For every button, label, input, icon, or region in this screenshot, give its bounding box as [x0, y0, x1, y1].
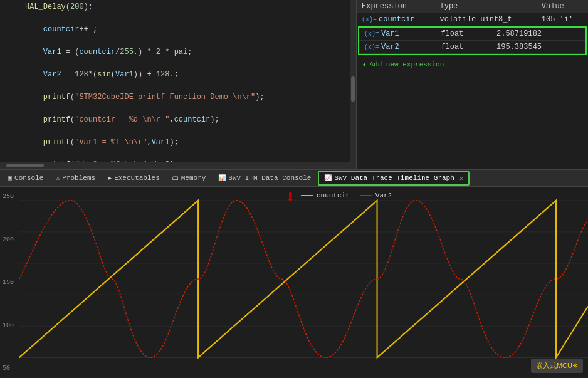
arrow-down: ⬇ [285, 190, 296, 207]
horizontal-scrollbar[interactable] [0, 162, 350, 169]
code-text: countcir++ ; [25, 25, 97, 34]
code-line [0, 14, 356, 25]
executables-icon: ▶ [108, 174, 112, 182]
code-lines: HAL_Delay(200); countcir++ ; [0, 0, 356, 169]
code-line: printf("countcir = %d \n\r ",countcir); [0, 115, 356, 127]
code-line: countcir++ ; [0, 25, 356, 36]
tab-swv-itm-label: SWV ITM Data Console [228, 174, 311, 182]
swv-trace-icon: 📈 [324, 174, 332, 182]
tab-executables[interactable]: ▶ Executables [102, 172, 165, 184]
code-line: printf("Var1 = %f \n\r",Var1); [0, 138, 356, 149]
top-section: HAL_Delay(200); countcir++ ; [0, 0, 588, 169]
add-expression-button[interactable]: ✦ Add new expression [357, 56, 588, 72]
expr-value-cell: 195.383545 [491, 41, 585, 54]
legend-var2: Var2 [360, 192, 392, 199]
expression-panel: Expression Type Value (x)=countcir volat… [356, 0, 588, 169]
y-label-50: 50 [3, 365, 14, 372]
y-label-200: 200 [3, 236, 14, 243]
code-line [0, 36, 356, 48]
expr-icon: (x)= [364, 44, 379, 51]
scrollbar-thumb[interactable] [6, 164, 44, 167]
tab-swv-trace-label: SWV Data Trace Timeline Graph [334, 174, 454, 182]
swv-itm-icon: 📊 [218, 174, 226, 182]
expr-value-cell: 105 'i' [537, 13, 588, 26]
code-text: HAL_Delay(200); [25, 3, 93, 11]
expr-var-name: Var2 [381, 43, 399, 51]
code-line [0, 149, 356, 160]
tab-console[interactable]: ▣ Console [3, 172, 49, 184]
memory-icon: 🗃 [172, 174, 179, 182]
y-label-250: 250 [3, 193, 14, 200]
graph-svg [0, 187, 588, 378]
tab-swv-trace[interactable]: 📈 SWV Data Trace Timeline Graph ✕ [318, 171, 470, 186]
expr-value-cell: 2.58719182 [491, 28, 585, 41]
tab-problems-label: Problems [62, 174, 95, 182]
expr-icon: (x)= [362, 16, 377, 23]
graph-area: 250 200 150 100 50 ⬇ countcir Var2 [0, 187, 588, 378]
y-label-150: 150 [3, 279, 14, 286]
expr-name-cell: (x)=Var2 [359, 41, 436, 54]
watermark: 嵌入式MCU※ [531, 359, 583, 373]
code-line [0, 104, 356, 115]
code-line: Var2 = 128*(sin(Var1)) + 128.; [0, 70, 356, 81]
expression-table-green: (x)=Var1 float 2.58719182 (x)=Var2 float… [359, 28, 585, 54]
code-line: Var1 = (countcir/255.) * 2 * pai; [0, 48, 356, 59]
code-line [0, 127, 356, 138]
expr-name-cell: (x)=Var1 [359, 28, 436, 41]
expr-type-cell: volatile uint8_t [434, 13, 536, 26]
scrollbar-track [0, 164, 350, 167]
legend-countcir: countcir [301, 192, 350, 199]
tab-bar: ▣ Console ⚠ Problems ▶ Executables 🗃 Mem… [0, 169, 588, 187]
add-expression-label: Add new expression [369, 61, 444, 68]
add-icon: ✦ [362, 59, 367, 70]
expr-row-var1[interactable]: (x)=Var1 float 2.58719182 [359, 28, 585, 41]
legend-var2-line [360, 195, 372, 196]
tab-problems[interactable]: ⚠ Problems [50, 172, 101, 184]
tab-console-label: Console [14, 174, 43, 182]
code-text: Var1 = (countcir/255.) * 2 * pai; [25, 48, 192, 56]
expr-type-cell: float [436, 28, 491, 41]
expr-var-name: Var1 [381, 29, 399, 38]
expr-name-cell: (x)=countcir [357, 13, 434, 26]
expression-table: Expression Type Value (x)=countcir volat… [357, 0, 588, 26]
code-text: printf("Var1 = %f \n\r",Var1); [25, 138, 179, 147]
tab-close-button[interactable]: ✕ [459, 174, 464, 182]
tab-memory-label: Memory [181, 174, 206, 182]
vertical-scrollbar[interactable] [350, 0, 356, 169]
console-icon: ▣ [8, 174, 12, 182]
tab-swv-itm[interactable]: 📊 SWV ITM Data Console [213, 172, 317, 184]
code-line [0, 81, 356, 93]
legend-var2-label: Var2 [375, 192, 392, 199]
expr-col-value: Value [537, 0, 588, 13]
y-axis-labels: 250 200 150 100 50 [3, 187, 14, 378]
y-label-100: 100 [3, 322, 14, 329]
legend-countcir-line [301, 195, 313, 196]
expression-green-box: (x)=Var1 float 2.58719182 (x)=Var2 float… [358, 26, 587, 55]
code-text: printf("STM32CubeIDE printf Function Dem… [25, 93, 265, 102]
graph-legend: countcir Var2 [301, 192, 392, 199]
legend-countcir-label: countcir [317, 192, 350, 199]
expr-type-cell: float [436, 41, 491, 54]
expr-col-expression: Expression [357, 0, 434, 13]
expr-var-name: countcir [379, 15, 415, 24]
main-container: HAL_Delay(200); countcir++ ; [0, 0, 588, 378]
watermark-text: 嵌入式MCU※ [536, 362, 578, 369]
code-text: printf("countcir = %d \n\r ",countcir); [25, 115, 219, 124]
expr-row-countcir[interactable]: (x)=countcir volatile uint8_t 105 'i' [357, 13, 588, 26]
code-line: HAL_Delay(200); [0, 3, 356, 14]
expr-row-var2[interactable]: (x)=Var2 float 195.383545 [359, 41, 585, 54]
expr-col-type: Type [434, 0, 536, 13]
scrollbar-thumb[interactable] [351, 76, 355, 102]
tab-memory[interactable]: 🗃 Memory [167, 172, 212, 184]
problems-icon: ⚠ [56, 174, 60, 182]
code-line [0, 59, 356, 70]
tab-executables-label: Executables [114, 174, 160, 182]
code-editor[interactable]: HAL_Delay(200); countcir++ ; [0, 0, 356, 169]
code-line: printf("STM32CubeIDE printf Function Dem… [0, 93, 356, 104]
code-text: Var2 = 128*(sin(Var1)) + 128.; [25, 70, 179, 79]
expr-icon: (x)= [364, 31, 379, 38]
